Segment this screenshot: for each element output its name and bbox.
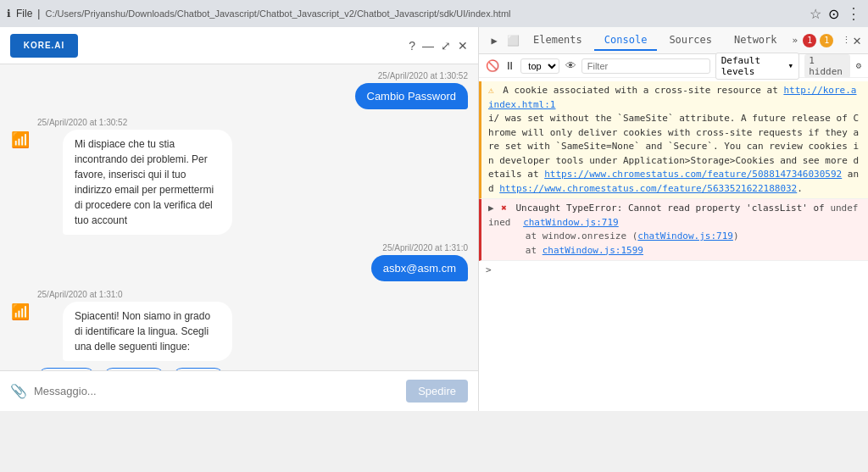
file-label: File — [16, 8, 32, 19]
chat-input[interactable] — [34, 385, 399, 397]
context-selector[interactable]: top — [520, 58, 559, 74]
default-levels-selector[interactable]: Default levels ▾ — [715, 53, 799, 80]
file-path: C:/Users/Priyanshu/Downloads/Chatbot_Jav… — [45, 8, 510, 19]
chat-header-icons: ? — ⤢ ✕ — [409, 39, 468, 53]
star-icon[interactable]: ☆ — [810, 6, 821, 22]
error-file-link[interactable]: chatWindow.js:719 — [523, 217, 619, 228]
browser-chrome: ℹ File | C:/Users/Priyanshu/Downloads/Ch… — [0, 0, 868, 27]
separator: | — [37, 8, 40, 19]
title-bar-left: ℹ File | C:/Users/Priyanshu/Downloads/Ch… — [7, 8, 511, 19]
msg-bubble-2: Mi dispiace che tu stia incontrando dei … — [63, 130, 232, 235]
msg-timestamp-3: 25/April/2020 at 1:31:0 — [10, 243, 468, 253]
msg-timestamp-4: 25/April/2020 at 1:31:0 — [10, 290, 468, 299]
warn-count-badge: 1 — [820, 34, 833, 47]
more-icon[interactable]: ⋮ — [846, 4, 861, 23]
help-icon[interactable]: ? — [409, 39, 415, 53]
chat-logo-text: KORE.AI — [24, 41, 65, 50]
bot-message-row-2: 📶 Spiacenti! Non siamo in grado di ident… — [10, 302, 468, 361]
chat-header: KORE.AI ? — ⤢ ✕ — [0, 27, 478, 64]
msg-bubble-4: Spiacenti! Non siamo in grado di identif… — [63, 302, 232, 361]
settings-icon[interactable]: ⚙ — [855, 60, 861, 71]
tab-network[interactable]: Network — [724, 31, 787, 51]
message-group-2: 25/April/2020 at 1:30:52 📶 Mi dispiace c… — [10, 118, 468, 235]
message-group-4: 25/April/2020 at 1:31:0 📶 Spiacenti! Non… — [10, 290, 468, 370]
warn-link-1[interactable]: http://kore.a — [783, 85, 856, 96]
bot-icon-1: 📶 — [11, 130, 30, 149]
warn-text: A cookie associated with a cross-site re… — [488, 85, 862, 194]
send-button[interactable]: Spedire — [406, 380, 468, 403]
info-icon: ℹ — [7, 8, 11, 19]
devtools-inspect-icon[interactable]: ▶ — [486, 32, 503, 49]
eye-icon[interactable]: 👁 — [565, 59, 576, 73]
chat-input-area: 📎 Spedire — [0, 370, 478, 411]
msg-bubble-3: asbx@asm.cm — [371, 255, 468, 281]
chevron-down-icon: ▾ — [788, 60, 794, 71]
error-stack-link-2[interactable]: chatWindow.js:1599 — [542, 245, 643, 256]
console-prompt[interactable]: > — [479, 261, 868, 279]
close-icon[interactable]: ✕ — [458, 39, 468, 53]
bot-icon-2: 📶 — [11, 303, 30, 321]
warn-link-4[interactable]: https://www.chromestatus.com/feature/563… — [499, 183, 797, 194]
log-entry-warn: ⚠ A cookie associated with a cross-site … — [479, 81, 868, 199]
devtools-more-icon[interactable]: ⋮ — [842, 35, 851, 46]
warn-link-2[interactable]: index.html:1 — [488, 99, 555, 110]
expand-icon[interactable]: ⤢ — [441, 39, 451, 53]
message-group-1: 25/April/2020 at 1:30:52 Cambio Password — [10, 71, 468, 109]
warn-link-3[interactable]: https://www.chromestatus.com/feature/508… — [544, 169, 842, 180]
msg-bubble-1: Cambio Password — [355, 83, 469, 109]
bot-avatar-1: 📶 — [10, 130, 31, 150]
attach-icon[interactable]: 📎 — [10, 383, 27, 399]
devtools-device-icon[interactable]: ⬜ — [504, 32, 521, 49]
chat-logo: KORE.AI — [10, 34, 78, 58]
default-levels-label: Default levels — [721, 55, 786, 77]
warn-icon: ⚠ — [488, 85, 494, 96]
title-bar-right: ☆ ⊙ ⋮ — [810, 4, 861, 23]
expand-arrow-icon[interactable]: ▶ — [488, 203, 494, 214]
devtools-tabs-left: ▶ ⬜ — [486, 32, 521, 49]
title-bar: ℹ File | C:/Users/Priyanshu/Downloads/Ch… — [0, 0, 868, 27]
clear-console-icon[interactable]: 🚫 — [486, 59, 499, 73]
devtools-toolbar: 🚫 ⏸ top 👁 Default levels ▾ 1 hidden ⚙ — [479, 54, 868, 78]
bot-message-row-1: 📶 Mi dispiace che tu stia incontrando de… — [10, 130, 468, 235]
chat-messages: 25/April/2020 at 1:30:52 Cambio Password… — [0, 64, 478, 370]
profile-icon[interactable]: ⊙ — [828, 6, 839, 22]
main-content: KORE.AI ? — ⤢ ✕ 25/April/2020 at 1:30:52… — [0, 27, 868, 411]
pause-icon[interactable]: ⏸ — [504, 59, 515, 73]
error-stack-2: at chatWindow.js:1599 — [488, 245, 643, 256]
error-icon: ✖ — [501, 203, 507, 214]
devtools-tab-bar: ▶ ⬜ Elements Console Sources Network » 1… — [479, 27, 868, 54]
more-tabs-icon[interactable]: » — [793, 35, 798, 46]
message-group-3: 25/April/2020 at 1:31:0 asbx@asm.cm — [10, 243, 468, 281]
devtools-log-content: ⚠ A cookie associated with a cross-site … — [479, 78, 868, 411]
error-count-badge: 1 — [803, 34, 816, 47]
devtools-close-icon[interactable]: ✕ — [853, 32, 861, 48]
error-stack-1: at window.onresize (chatWindow.js:719) — [488, 230, 739, 242]
tab-console[interactable]: Console — [594, 31, 658, 51]
bot-avatar-2: 📶 — [10, 302, 31, 322]
tab-elements[interactable]: Elements — [523, 31, 593, 51]
tab-sources[interactable]: Sources — [659, 31, 722, 51]
prompt-symbol: > — [486, 264, 492, 275]
minimize-icon[interactable]: — — [422, 39, 434, 53]
hidden-count-badge: 1 hidden — [804, 54, 850, 78]
devtools-badges: 1 1 — [803, 34, 833, 47]
error-stack-link-1[interactable]: chatWindow.js:719 — [637, 230, 733, 242]
msg-timestamp-2: 25/April/2020 at 1:30:52 — [10, 118, 468, 127]
msg-timestamp-1: 25/April/2020 at 1:30:52 — [10, 71, 468, 81]
log-entry-error: ▶ ✖ Uncaught TypeError: Cannot read prop… — [479, 199, 868, 261]
filter-input[interactable] — [581, 58, 710, 74]
chat-container: KORE.AI ? — ⤢ ✕ 25/April/2020 at 1:30:52… — [0, 27, 479, 411]
devtools-panel: ▶ ⬜ Elements Console Sources Network » 1… — [479, 27, 868, 411]
